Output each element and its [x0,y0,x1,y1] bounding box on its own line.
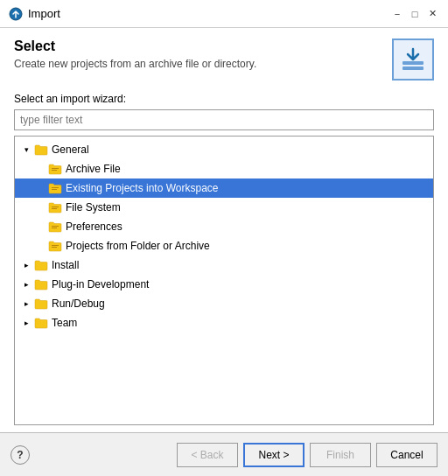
finish-button[interactable]: Finish [310,443,371,467]
header-section: Select Create new projects from an archi… [14,38,434,80]
tree-item-projects-folder[interactable]: Projects from Folder or Archive [15,236,433,256]
svg-rect-1 [402,61,424,65]
tree-item-preferences[interactable]: Preferences [15,217,433,236]
tree-item-team[interactable]: Team [15,313,433,332]
expander-team[interactable] [20,317,32,329]
next-button[interactable]: Next > [243,443,304,467]
svg-rect-7 [52,206,59,207]
folder-icon-archive-file [48,163,62,175]
tree-item-run-debug[interactable]: Run/Debug [15,294,433,313]
bottom-bar: ? < Back Next > Finish Cancel [0,432,448,476]
item-label-projects-folder: Projects from Folder or Archive [66,240,210,252]
tree-item-archive-file[interactable]: Archive File [15,159,433,178]
expander-run-debug[interactable] [20,298,32,310]
tree-panel[interactable]: General Archive File Existing Projects i… [14,136,434,425]
header-subtitle: Create new projects from an archive file… [14,58,383,70]
header-text: Select Create new projects from an archi… [14,38,383,70]
filter-input[interactable] [14,109,434,130]
folder-icon-preferences [48,220,62,233]
folder-icon-install [34,259,48,271]
svg-rect-5 [52,187,59,188]
svg-rect-8 [52,208,57,209]
item-label-install: Install [52,259,79,271]
maximize-button[interactable]: □ [408,7,422,21]
item-label-general: General [52,144,89,156]
folder-icon-run-debug [34,298,48,310]
tree-item-general[interactable]: General [15,140,433,159]
help-button[interactable]: ? [10,445,30,465]
expander-general[interactable] [20,144,32,156]
expander-install[interactable] [20,259,32,271]
item-label-plugin-dev: Plug-in Development [52,278,149,290]
header-icon [392,38,434,80]
folder-icon-plugin-dev [34,278,48,290]
svg-rect-9 [52,226,59,227]
folder-icon-team [34,317,48,329]
svg-rect-3 [52,168,59,169]
wizard-label: Select an import wizard: [14,93,434,105]
cancel-button[interactable]: Cancel [376,443,438,467]
title-bar-text: Import [28,7,385,20]
folder-icon-general [34,144,48,156]
folder-icon-existing-projects [48,182,62,194]
item-label-archive-file: Archive File [66,163,121,175]
svg-rect-11 [52,245,59,246]
item-label-run-debug: Run/Debug [52,298,105,310]
header-title: Select [14,38,383,54]
dialog-body: Select Create new projects from an archi… [0,28,448,432]
tree-item-file-system[interactable]: File System [15,198,433,217]
svg-rect-12 [52,247,57,248]
back-button[interactable]: < Back [177,443,238,467]
app-icon [9,7,23,21]
folder-icon-file-system [48,201,62,214]
title-bar: Import − □ ✕ [0,0,448,28]
svg-rect-2 [402,66,424,70]
item-label-file-system: File System [66,201,121,214]
tree-item-plugin-dev[interactable]: Plug-in Development [15,275,433,294]
svg-rect-4 [52,170,57,171]
expander-plugin-dev[interactable] [20,278,32,290]
item-label-team: Team [52,317,77,329]
svg-rect-6 [52,189,57,190]
svg-rect-10 [52,228,57,228]
item-label-existing-projects: Existing Projects into Workspace [66,182,219,194]
minimize-button[interactable]: − [390,7,404,21]
tree-item-existing-projects[interactable]: Existing Projects into Workspace [15,178,433,198]
item-label-preferences: Preferences [66,220,122,233]
folder-icon-projects-folder [48,240,62,252]
close-button[interactable]: ✕ [425,7,439,21]
tree-item-install[interactable]: Install [15,256,433,275]
window-controls: − □ ✕ [390,7,439,21]
